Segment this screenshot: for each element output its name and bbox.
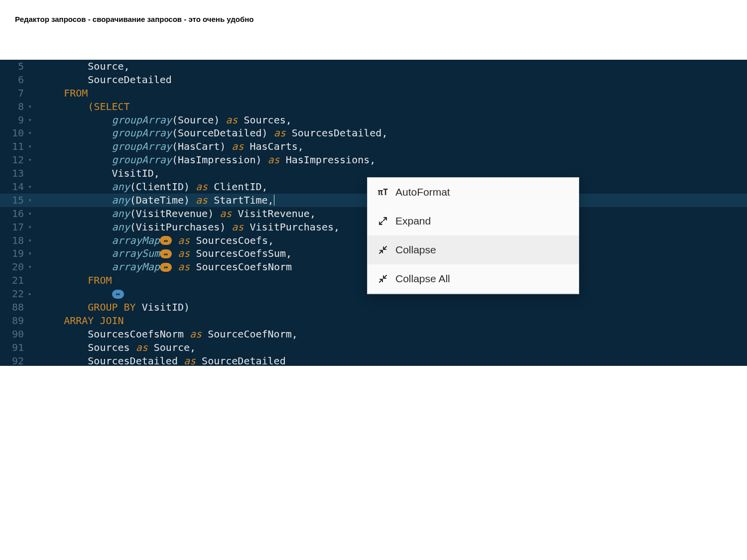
gutter-line-number[interactable]: 22 [0, 287, 27, 301]
code-content[interactable]: FROM [27, 87, 747, 100]
gutter-line-number[interactable]: 9 [0, 113, 27, 127]
token-fn: groupArray [112, 127, 172, 139]
fold-marker-expanded-icon[interactable] [27, 180, 33, 194]
gutter-line-number[interactable]: 6 [0, 73, 27, 87]
menu-item-expand[interactable]: Expand [368, 207, 579, 235]
code-line[interactable]: 90 SourcesCoefsNorm as SourceCoefNorm, [0, 328, 747, 341]
fold-marker-expanded-icon[interactable] [27, 153, 33, 167]
code-content[interactable]: GROUP BY VisitID) [27, 301, 747, 314]
menu-item-autoformat[interactable]: πTAutoFormat [368, 178, 579, 207]
token-id [40, 140, 112, 152]
gutter-line-number[interactable]: 89 [0, 314, 27, 328]
menu-item-collapse-all[interactable]: Collapse All [368, 264, 579, 293]
token-id [172, 261, 178, 273]
fold-marker-expanded-icon[interactable] [27, 140, 33, 153]
code-content[interactable]: Source, [27, 60, 747, 73]
token-fn: any [112, 181, 130, 193]
token-id: SourcesCoefsNorm [190, 261, 292, 273]
token-id: VisitID [136, 301, 184, 313]
gutter-line-number[interactable]: 17 [0, 221, 27, 234]
folded-code-pill[interactable]: ↔ [160, 249, 172, 258]
code-line[interactable]: 88 GROUP BY VisitID) [0, 301, 747, 314]
gutter-line-number[interactable]: 21 [0, 274, 27, 287]
token-id [40, 114, 112, 126]
code-line[interactable]: 92 SourcesDetailed as SourceDetailed [0, 354, 747, 366]
token-fn: groupArray [112, 154, 172, 166]
fold-marker-expanded-icon[interactable] [27, 221, 33, 234]
token-as: as [274, 127, 286, 139]
collapse-icon [377, 273, 388, 284]
folded-code-pill[interactable]: ↔ [160, 236, 172, 245]
code-content[interactable]: groupArray(HasCart) as HasCarts, [27, 140, 747, 153]
code-line[interactable]: 6 SourceDetailed [0, 73, 747, 87]
code-content[interactable]: SourcesDetailed as SourceDetailed [27, 354, 747, 366]
fold-marker-expanded-icon[interactable] [27, 260, 33, 274]
fold-marker-expanded-icon[interactable] [27, 100, 33, 113]
gutter-line-number[interactable]: 15 [0, 194, 27, 207]
token-punc: , [370, 154, 375, 166]
token-id: VisitID [40, 167, 154, 179]
fold-marker-expanded-icon[interactable] [27, 207, 33, 221]
code-line[interactable]: 7 FROM [0, 87, 747, 100]
fold-marker-expanded-icon[interactable] [27, 234, 33, 247]
token-id: HasCarts [244, 140, 297, 152]
code-line[interactable]: 91 Sources as Source, [0, 341, 747, 354]
token-punc: , [286, 247, 292, 259]
gutter-line-number[interactable]: 16 [0, 207, 27, 221]
gutter-line-number[interactable]: 8 [0, 100, 27, 113]
code-content[interactable]: groupArray(Source) as Sources, [27, 113, 747, 127]
code-content[interactable]: ARRAY JOIN [27, 314, 747, 328]
token-id [172, 234, 178, 246]
token-id: ClientID [208, 181, 261, 193]
token-as: as [220, 208, 232, 220]
code-line[interactable]: 11 groupArray(HasCart) as HasCarts, [0, 140, 747, 153]
token-id [172, 247, 178, 259]
token-punc: , [310, 208, 316, 220]
fold-marker-collapsed-icon[interactable] [27, 287, 33, 301]
token-punc: (HasCart) [172, 140, 232, 152]
code-content[interactable]: Sources as Source, [27, 341, 747, 354]
token-punc: , [268, 234, 274, 246]
gutter-line-number[interactable]: 92 [0, 354, 27, 366]
token-id: StartTime [208, 194, 267, 206]
token-punc: (DateTime) [130, 194, 196, 206]
token-id: SourcesDetailed [286, 127, 382, 139]
code-line[interactable]: 8 (SELECT [0, 100, 747, 113]
token-punc: , [381, 127, 387, 139]
gutter-line-number[interactable]: 19 [0, 247, 27, 260]
token-punc: , [190, 341, 196, 353]
menu-item-label: Collapse [395, 244, 436, 256]
code-line[interactable]: 5 Source, [0, 60, 747, 73]
gutter-line-number[interactable]: 20 [0, 260, 27, 274]
fold-marker-expanded-icon[interactable] [27, 247, 33, 260]
menu-item-collapse[interactable]: Collapse [368, 235, 579, 264]
token-id [40, 181, 112, 193]
gutter-line-number[interactable]: 91 [0, 341, 27, 354]
code-content[interactable]: groupArray(HasImpression) as HasImpressi… [27, 153, 747, 167]
fold-marker-expanded-icon[interactable] [27, 113, 33, 127]
code-line[interactable]: 89 ARRAY JOIN [0, 314, 747, 328]
gutter-line-number[interactable]: 5 [0, 60, 27, 73]
code-line[interactable]: 9 groupArray(Source) as Sources, [0, 113, 747, 127]
fold-marker-expanded-icon[interactable] [27, 126, 33, 140]
fold-marker-expanded-icon[interactable] [27, 194, 33, 207]
gutter-line-number[interactable]: 10 [0, 126, 27, 140]
code-content[interactable]: SourcesCoefsNorm as SourceCoefNorm, [27, 328, 747, 341]
folded-code-pill[interactable]: ↔ [112, 290, 124, 299]
gutter-line-number[interactable]: 14 [0, 180, 27, 194]
token-punc: , [154, 167, 160, 179]
gutter-line-number[interactable]: 7 [0, 87, 27, 100]
gutter-line-number[interactable]: 90 [0, 328, 27, 341]
code-content[interactable]: SourceDetailed [27, 73, 747, 87]
gutter-line-number[interactable]: 88 [0, 301, 27, 314]
token-punc: , [286, 114, 292, 126]
code-line[interactable]: 10 groupArray(SourceDetailed) as Sources… [0, 126, 747, 140]
code-line[interactable]: 12 groupArray(HasImpression) as HasImpre… [0, 153, 747, 167]
gutter-line-number[interactable]: 18 [0, 234, 27, 247]
code-content[interactable]: groupArray(SourceDetailed) as SourcesDet… [27, 126, 747, 140]
gutter-line-number[interactable]: 12 [0, 153, 27, 167]
gutter-line-number[interactable]: 13 [0, 167, 27, 180]
code-content[interactable]: (SELECT [27, 100, 747, 113]
folded-code-pill[interactable]: ↔ [160, 263, 172, 272]
gutter-line-number[interactable]: 11 [0, 140, 27, 153]
